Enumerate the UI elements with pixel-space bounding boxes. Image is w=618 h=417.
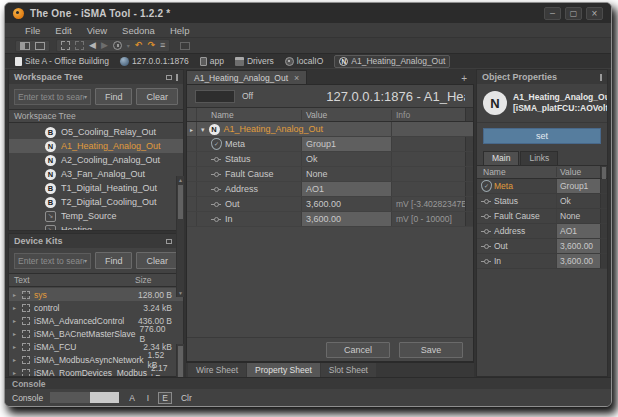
tree-item[interactable]: B O5_Cooling_Relay_Out: [9, 125, 183, 139]
table-row[interactable]: Status Ok: [187, 152, 473, 167]
breadcrumb-item[interactable]: Drivers: [235, 56, 274, 66]
slider-thumb[interactable]: [90, 392, 119, 403]
tree-item[interactable]: B T1_Digital_Heating_Out: [9, 181, 183, 195]
breadcrumb-item[interactable]: A1_Heating_Analog_Out: [334, 55, 450, 68]
history-icon[interactable]: [113, 41, 122, 50]
table-row[interactable]: Meta Group1: [187, 137, 473, 152]
expand-icon[interactable]: [13, 343, 18, 350]
properties-tab[interactable]: Main: [483, 151, 519, 165]
close-button[interactable]: [586, 7, 603, 20]
redo-icon[interactable]: ↷: [147, 41, 155, 50]
disconnect-icon[interactable]: [75, 41, 84, 50]
device-kits-clear-button[interactable]: Clear: [136, 252, 178, 269]
property-row[interactable]: Status Ok: [477, 194, 607, 209]
expand-icon[interactable]: [13, 291, 18, 298]
expand-icon[interactable]: [13, 330, 18, 337]
history-dropdown-icon[interactable]: ▾: [127, 43, 130, 49]
pin-icon[interactable]: [600, 74, 602, 81]
table-row[interactable]: Fault Cause None: [187, 167, 473, 182]
console-zoom-slider[interactable]: [50, 392, 119, 403]
breadcrumb-item[interactable]: Site A - Office Building: [15, 56, 109, 66]
slot-value-cell[interactable]: 3,600.00: [301, 197, 391, 211]
expand-icon[interactable]: [13, 356, 18, 363]
forward-icon[interactable]: ▶: [101, 41, 108, 50]
properties-scrollbar[interactable]: [600, 179, 607, 193]
table-scrollbar[interactable]: [465, 212, 473, 226]
connect-icon[interactable]: [61, 41, 70, 50]
column-name[interactable]: Name: [477, 167, 556, 177]
list-view-icon[interactable]: ≡: [160, 41, 165, 50]
breadcrumb-item[interactable]: app: [200, 56, 224, 66]
slider-track[interactable]: [50, 392, 90, 403]
property-value-cell[interactable]: Group1: [556, 179, 600, 193]
table-row[interactable]: Address AO1: [187, 182, 473, 197]
workspace-tree-clear-button[interactable]: Clear: [136, 88, 178, 105]
cancel-button[interactable]: Cancel: [326, 342, 390, 358]
new-workspace-icon[interactable]: [20, 42, 30, 50]
table-scrollbar[interactable]: [465, 182, 473, 196]
tree-item[interactable]: Heating: [9, 223, 183, 230]
new-tab-button[interactable]: [461, 73, 474, 84]
expand-icon[interactable]: [13, 317, 18, 324]
tree-item[interactable]: Temp_Source: [9, 209, 183, 223]
workspace-tree-search-input[interactable]: [18, 92, 84, 102]
console-filter-button[interactable]: I: [144, 393, 152, 403]
property-row[interactable]: In 3,600.00: [477, 254, 607, 269]
console-filter-button[interactable]: Clr: [178, 393, 195, 403]
menu-item[interactable]: Edit: [55, 25, 71, 36]
live-toggle[interactable]: [195, 90, 235, 103]
property-value-cell[interactable]: 3,600.00: [556, 239, 600, 253]
tree-item[interactable]: N A3_Fan_Analog_Out: [9, 167, 183, 181]
save-button[interactable]: Save: [399, 342, 463, 358]
slot-value-cell[interactable]: None: [301, 167, 391, 181]
undock-icon[interactable]: [166, 239, 172, 244]
table-scrollbar[interactable]: [465, 167, 473, 181]
workspace-tree-scrollbar[interactable]: ▲ ▼: [176, 176, 184, 297]
slot-value-cell[interactable]: AO1: [301, 182, 391, 196]
collapse-icon[interactable]: [201, 124, 205, 134]
device-kits-find-button[interactable]: Find: [95, 252, 133, 269]
sheet-tab[interactable]: Slot Sheet: [321, 363, 376, 377]
table-scrollbar[interactable]: [465, 137, 473, 151]
sheet-tab[interactable]: Wire Sheet: [188, 363, 246, 377]
table-scrollbar[interactable]: [465, 152, 473, 166]
column-value[interactable]: Value: [556, 167, 600, 177]
properties-scrollbar[interactable]: [600, 194, 607, 208]
column-value[interactable]: Value: [301, 110, 391, 120]
set-button[interactable]: set: [483, 128, 601, 144]
console-filter-button[interactable]: E: [158, 392, 172, 404]
tree-item[interactable]: B T2_Digital_Cooling_Out: [9, 195, 183, 209]
sheet-tab[interactable]: Property Sheet: [247, 363, 320, 377]
minimize-button[interactable]: [544, 7, 561, 20]
open-workspace-icon[interactable]: [35, 42, 45, 50]
property-row[interactable]: Out 3,600.00: [477, 239, 607, 254]
table-row[interactable]: In 3,600.00 mV [0 - 10000]: [187, 212, 473, 227]
kit-row[interactable]: iSMA_BACnetMasterSlave 776.00 B: [9, 327, 183, 340]
breadcrumb-item[interactable]: 127.0.0.1:1876: [120, 56, 189, 66]
maximize-button[interactable]: [565, 7, 582, 20]
kit-row[interactable]: sys 128.00 B: [9, 288, 183, 301]
workspace-tree-find-button[interactable]: Find: [95, 88, 133, 105]
chevron-down-icon[interactable]: ▾: [84, 257, 87, 264]
property-row[interactable]: Fault Cause None: [477, 209, 607, 224]
menu-item[interactable]: Help: [170, 25, 190, 36]
scroll-up-icon[interactable]: ▲: [177, 177, 184, 183]
column-name[interactable]: Name: [197, 110, 301, 120]
kit-row[interactable]: iSMA_RoomDevices_Modbus 2.17 kB: [9, 366, 183, 376]
chevron-down-icon[interactable]: ▾: [84, 93, 87, 100]
properties-scrollbar[interactable]: [600, 239, 607, 253]
print-icon[interactable]: [180, 42, 190, 50]
console-filter-button[interactable]: A: [126, 393, 138, 403]
tree-item[interactable]: N A2_Cooling_Analog_Out: [9, 153, 183, 167]
editor-tab[interactable]: A1_Heating_Analog_Out: [186, 70, 307, 84]
table-scrollbar[interactable]: [465, 108, 473, 121]
property-value-cell[interactable]: Ok: [556, 194, 600, 208]
properties-scrollbar[interactable]: [600, 224, 607, 238]
property-value-cell[interactable]: 3,600.00: [556, 254, 600, 268]
property-value-cell[interactable]: None: [556, 209, 600, 223]
breadcrumb-item[interactable]: localIO: [285, 56, 323, 66]
properties-scrollbar[interactable]: [600, 254, 607, 268]
menu-item[interactable]: File: [25, 25, 40, 36]
table-row-root[interactable]: ▸ N A1_Heating_Analog_Out: [187, 122, 473, 137]
close-tab-icon[interactable]: [294, 73, 299, 83]
